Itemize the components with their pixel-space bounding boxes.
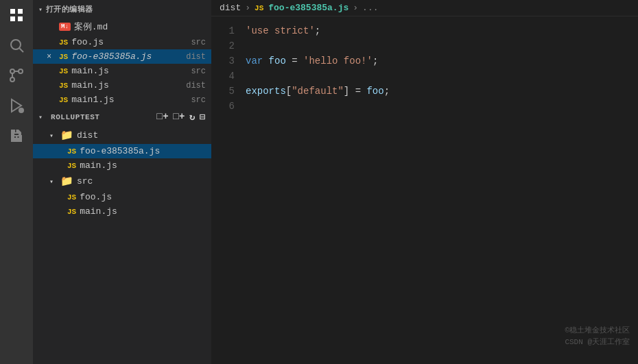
- code-line-3: var foo = 'hello foo!';: [246, 53, 624, 69]
- chevron-down-icon: ▾: [38, 5, 43, 14]
- tree-item-main-src[interactable]: JS main.js: [33, 204, 211, 219]
- breadcrumb-js-badge: JS: [255, 4, 263, 12]
- close-placeholder-icon: ×: [47, 81, 56, 90]
- chevron-down-icon: ▾: [49, 132, 60, 140]
- js-badge: JS: [59, 67, 68, 75]
- list-item[interactable]: × JS main1.js src: [33, 93, 211, 107]
- search-icon[interactable]: [7, 36, 26, 55]
- breadcrumb-dots[interactable]: ...: [362, 3, 378, 13]
- new-file-icon[interactable]: □+: [156, 111, 169, 123]
- new-folder-icon[interactable]: □+: [173, 111, 185, 123]
- activity-bar: [0, 0, 33, 364]
- breadcrumb-sep2: ›: [353, 3, 358, 13]
- punctuation: ]: [344, 86, 349, 97]
- file-name: foo.js: [71, 37, 187, 47]
- dir-label: src: [191, 38, 206, 47]
- list-item[interactable]: × M↓ 案例.md: [33, 19, 211, 35]
- code-line-4: [246, 69, 624, 84]
- watermark: ©稳土堆金技术社区 CSDN @天涯工作室: [565, 325, 630, 349]
- folder-icon: 📁: [60, 175, 73, 188]
- breadcrumb-filename[interactable]: foo-e385385a.js: [268, 3, 348, 13]
- chevron-down-icon: ▾: [49, 178, 60, 186]
- line-number: 3: [211, 53, 235, 69]
- line-number: 5: [211, 84, 235, 99]
- svg-point-8: [10, 69, 14, 73]
- folder-src[interactable]: ▾ 📁 src: [33, 173, 211, 190]
- run-debug-icon[interactable]: [7, 96, 26, 115]
- punctuation: [: [286, 86, 292, 97]
- dir-label: dist: [186, 52, 206, 62]
- string-token: 'hello foo!': [303, 56, 373, 66]
- extensions-icon[interactable]: [7, 126, 26, 145]
- line-numbers: 1 2 3 4 5 6: [211, 23, 246, 357]
- sidebar: ▾ 打开的编辑器 × M↓ 案例.md × JS foo.js src × JS…: [33, 0, 211, 364]
- line-number: 2: [211, 38, 235, 53]
- explorer-header[interactable]: ▾ ROLLUPTEST □+ □+ ↻ ⊟: [33, 107, 211, 127]
- svg-point-7: [19, 69, 23, 73]
- js-badge: JS: [59, 53, 68, 61]
- explorer-actions: □+ □+ ↻ ⊟: [156, 111, 206, 123]
- close-placeholder-icon: ×: [47, 22, 56, 32]
- code-line-1: 'use strict';: [246, 23, 624, 38]
- file-name: 案例.md: [74, 21, 206, 33]
- string-token: 'use strict': [246, 25, 315, 36]
- file-name: main.js: [80, 160, 117, 171]
- operator: =: [349, 86, 366, 97]
- operator: =: [286, 56, 303, 66]
- file-name: main.js: [80, 206, 117, 217]
- code-line-6: [246, 99, 624, 114]
- breadcrumb-dist[interactable]: dist: [220, 3, 241, 13]
- dir-label: src: [191, 66, 206, 76]
- files-icon[interactable]: [7, 5, 26, 25]
- js-badge: JS: [59, 96, 68, 104]
- close-placeholder-icon: ×: [47, 66, 56, 76]
- js-badge: JS: [59, 82, 68, 90]
- breadcrumb-sep: ›: [245, 3, 250, 13]
- svg-rect-1: [18, 9, 23, 14]
- chevron-down-icon: ▾: [38, 113, 48, 121]
- svg-line-5: [20, 49, 24, 53]
- var-token: foo: [269, 56, 286, 66]
- breadcrumb: dist › JS foo-e385385a.js › ...: [211, 0, 638, 16]
- js-badge: JS: [67, 208, 76, 216]
- tree-item-foo-dist[interactable]: JS foo-e385385a.js: [33, 144, 211, 158]
- svg-rect-3: [18, 16, 23, 21]
- svg-rect-0: [10, 9, 15, 14]
- var-token: exports: [246, 86, 286, 97]
- list-item[interactable]: × JS main.js src: [33, 64, 211, 78]
- string-token: "default": [292, 86, 344, 97]
- collapse-icon[interactable]: ⊟: [200, 111, 206, 123]
- file-name: foo-e385385a.js: [71, 51, 182, 62]
- file-name: foo.js: [80, 192, 112, 202]
- list-item-active[interactable]: × JS foo-e385385a.js dist: [33, 49, 211, 64]
- open-editors-header[interactable]: ▾ 打开的编辑器: [33, 0, 211, 19]
- svg-point-6: [10, 77, 14, 82]
- close-placeholder-icon: ×: [47, 38, 56, 47]
- var-token: foo: [366, 86, 383, 97]
- folder-dist[interactable]: ▾ 📁 dist: [33, 127, 211, 144]
- code-editor[interactable]: 1 2 3 4 5 6 'use strict'; var foo = 'hel…: [211, 16, 638, 364]
- source-control-icon[interactable]: [7, 66, 26, 85]
- file-name: main.js: [71, 80, 182, 90]
- tree-item-main-dist[interactable]: JS main.js: [33, 158, 211, 173]
- watermark-line1: ©稳土堆金技术社区: [565, 325, 630, 337]
- open-editors-label: 打开的编辑器: [46, 4, 93, 14]
- line-number: 1: [211, 23, 235, 38]
- keyword-token: var: [246, 56, 269, 66]
- js-badge: JS: [67, 147, 76, 156]
- folder-icon: 📁: [60, 129, 73, 142]
- file-name: main.js: [71, 66, 187, 76]
- js-badge: JS: [59, 38, 68, 47]
- code-line-2: [246, 38, 624, 53]
- code-content[interactable]: 'use strict'; var foo = 'hello foo!'; ex…: [246, 23, 638, 357]
- folder-name: dist: [77, 130, 98, 141]
- close-icon[interactable]: ×: [47, 52, 56, 62]
- js-badge: JS: [67, 193, 76, 202]
- file-name: foo-e385385a.js: [80, 146, 160, 156]
- list-item[interactable]: × JS foo.js src: [33, 35, 211, 49]
- refresh-icon[interactable]: ↻: [189, 111, 196, 123]
- line-number: 6: [211, 99, 235, 114]
- line-number: 4: [211, 69, 235, 84]
- list-item[interactable]: × JS main.js dist: [33, 78, 211, 93]
- tree-item-foo-src[interactable]: JS foo.js: [33, 190, 211, 204]
